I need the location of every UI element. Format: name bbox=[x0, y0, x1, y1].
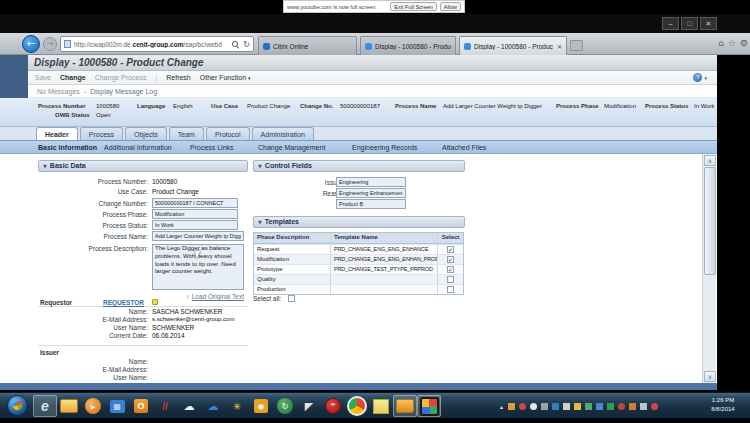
onedrive-icon[interactable]: ☁ bbox=[201, 395, 225, 417]
tray-icon[interactable] bbox=[618, 403, 625, 410]
close-button[interactable]: ✕ bbox=[700, 17, 717, 30]
save-button[interactable]: Save bbox=[35, 74, 51, 81]
subtab-engineering-records[interactable]: Engineering Records bbox=[352, 144, 417, 151]
cloud-app-icon[interactable]: ☁ bbox=[177, 395, 201, 417]
tray-icon[interactable] bbox=[629, 403, 636, 410]
taskbar: e ▶ ▦ O // ☁ ☁ ✳ ◉ ↻ ◤ “ ▴ bbox=[0, 392, 750, 418]
tray-icon[interactable] bbox=[596, 403, 603, 410]
tray-icon[interactable] bbox=[640, 403, 647, 410]
sync-app-icon[interactable]: ↻ bbox=[273, 395, 297, 417]
tab-team[interactable]: Team bbox=[169, 127, 204, 140]
forward-button[interactable]: → bbox=[43, 37, 57, 51]
tray-icon[interactable] bbox=[585, 403, 592, 410]
subtab-change-management[interactable]: Change Management bbox=[258, 144, 325, 151]
process-name-input[interactable] bbox=[152, 231, 244, 241]
process-phase-input[interactable] bbox=[152, 209, 238, 219]
chrome-icon[interactable] bbox=[345, 395, 369, 417]
select-checkbox[interactable]: ✓ bbox=[447, 256, 454, 263]
browser-tab-citrix[interactable]: Citrix Online bbox=[258, 36, 357, 55]
windows-explorer-icon[interactable] bbox=[57, 395, 81, 417]
favorites-star-icon[interactable]: ☆ bbox=[728, 38, 736, 48]
browser-tab-display-1[interactable]: Display - 1000580 - Product Ch... bbox=[360, 36, 456, 55]
control-fields-section-header[interactable]: ▼Control Fields bbox=[253, 160, 465, 172]
subtab-additional-information[interactable]: Additional Information bbox=[104, 144, 172, 151]
subtab-attached-files[interactable]: Attached Files bbox=[442, 144, 486, 151]
color-wheel-icon[interactable] bbox=[417, 395, 441, 417]
change-process-button[interactable]: Change Process bbox=[95, 74, 147, 81]
tray-icon[interactable] bbox=[574, 403, 581, 410]
load-original-text-link[interactable]: ↑ Load Original Text bbox=[152, 293, 244, 300]
product-line-input[interactable] bbox=[336, 199, 406, 209]
browser-tab-display-2-active[interactable]: Display - 1000580 - Product ... ✕ bbox=[459, 36, 567, 55]
annotation-tool-icon[interactable]: // bbox=[153, 395, 177, 417]
scrollbar-thumb[interactable] bbox=[704, 167, 716, 275]
tray-icon[interactable] bbox=[530, 403, 537, 410]
exit-fullscreen-button[interactable]: Exit Full Screen bbox=[390, 2, 437, 11]
change-number-input[interactable] bbox=[152, 198, 238, 208]
select-all-checkbox[interactable] bbox=[288, 295, 295, 302]
help-icon[interactable]: ? bbox=[693, 73, 702, 82]
tab-protocol[interactable]: Protocol bbox=[206, 127, 250, 140]
settings-gear-icon[interactable]: ⚙ bbox=[740, 38, 748, 48]
subtab-basic-information[interactable]: Basic Information bbox=[38, 144, 97, 151]
outlook-icon[interactable]: O bbox=[129, 395, 153, 417]
minimize-button[interactable]: – bbox=[662, 17, 679, 30]
allow-button[interactable]: Allow bbox=[440, 2, 461, 11]
vodafone-icon[interactable]: “ bbox=[321, 395, 345, 417]
help-caret-icon[interactable]: ▾ bbox=[704, 75, 707, 81]
search-icon[interactable] bbox=[231, 40, 239, 48]
sticky-notes-icon[interactable] bbox=[369, 395, 393, 417]
citrix-tab-icon bbox=[263, 43, 270, 50]
tray-icon[interactable] bbox=[508, 403, 515, 410]
tray-icon[interactable] bbox=[563, 403, 570, 410]
select-checkbox[interactable]: ✓ bbox=[447, 266, 454, 273]
requestor-email: s.schwenker@cenit-group.com bbox=[152, 316, 234, 322]
keepass-icon[interactable]: ✳ bbox=[225, 395, 249, 417]
scroll-down-icon[interactable]: ∨ bbox=[704, 371, 716, 382]
tab-objects[interactable]: Objects bbox=[125, 127, 167, 140]
tab-process[interactable]: Process bbox=[80, 127, 123, 140]
back-button[interactable]: ← bbox=[22, 35, 40, 53]
tray-icon[interactable] bbox=[552, 403, 559, 410]
other-function-button[interactable]: Other Function ▾ bbox=[200, 74, 251, 81]
requestor-picker-icon[interactable] bbox=[152, 299, 158, 305]
process-phase-value: Modification bbox=[604, 103, 636, 109]
tray-icon[interactable] bbox=[519, 403, 526, 410]
select-checkbox[interactable] bbox=[447, 276, 454, 283]
media-player-icon[interactable]: ▶ bbox=[81, 395, 105, 417]
reason-for-change-input[interactable] bbox=[336, 188, 406, 198]
address-bar[interactable]: http://cwap002m.de.cenit-group.com/sap/b… bbox=[60, 36, 254, 52]
new-tab-button[interactable] bbox=[570, 40, 583, 51]
tray-icon[interactable] bbox=[651, 403, 658, 410]
internet-explorer-icon[interactable]: e bbox=[33, 395, 57, 417]
tab-close-icon[interactable]: ✕ bbox=[557, 43, 562, 50]
process-status-input[interactable] bbox=[152, 220, 238, 230]
display-message-log-link[interactable]: Display Message Log bbox=[90, 88, 157, 95]
change-button[interactable]: Change bbox=[60, 74, 86, 81]
vertical-scrollbar[interactable]: ∧ ∨ bbox=[702, 154, 716, 383]
taskbar-clock[interactable]: 1:26 PM 8/8/2014 bbox=[702, 396, 744, 414]
tray-expand-icon[interactable]: ▴ bbox=[500, 403, 503, 410]
basic-data-section-header[interactable]: ▼Basic Data bbox=[38, 160, 248, 172]
sap-logon-icon[interactable] bbox=[393, 395, 417, 417]
photo-app-icon[interactable]: ▦ bbox=[105, 395, 129, 417]
templates-section-header[interactable]: ▼Templates bbox=[253, 216, 465, 228]
select-checkbox[interactable]: ✓ bbox=[447, 246, 454, 253]
requestor-link[interactable]: REQUESTOR bbox=[103, 299, 144, 306]
scroll-up-icon[interactable]: ∧ bbox=[704, 155, 716, 166]
tray-icon[interactable] bbox=[607, 403, 614, 410]
maximize-button[interactable]: □ bbox=[681, 17, 698, 30]
subtab-process-links[interactable]: Process Links bbox=[190, 144, 234, 151]
home-icon[interactable]: ⌂ bbox=[718, 38, 724, 48]
viewer-app-icon[interactable]: ◉ bbox=[249, 395, 273, 417]
tab-header[interactable]: Header bbox=[36, 127, 78, 140]
select-checkbox[interactable] bbox=[447, 286, 454, 293]
issuing-department-input[interactable] bbox=[336, 177, 406, 187]
tray-icon[interactable] bbox=[541, 403, 548, 410]
notes-app-icon[interactable]: ◤ bbox=[297, 395, 321, 417]
start-orb[interactable] bbox=[7, 395, 28, 416]
browser-titlebar: – □ ✕ bbox=[0, 14, 750, 33]
refresh-icon[interactable]: ↻ bbox=[243, 40, 250, 49]
tab-administration[interactable]: Administration bbox=[252, 127, 314, 140]
refresh-button[interactable]: Refresh bbox=[166, 74, 191, 81]
